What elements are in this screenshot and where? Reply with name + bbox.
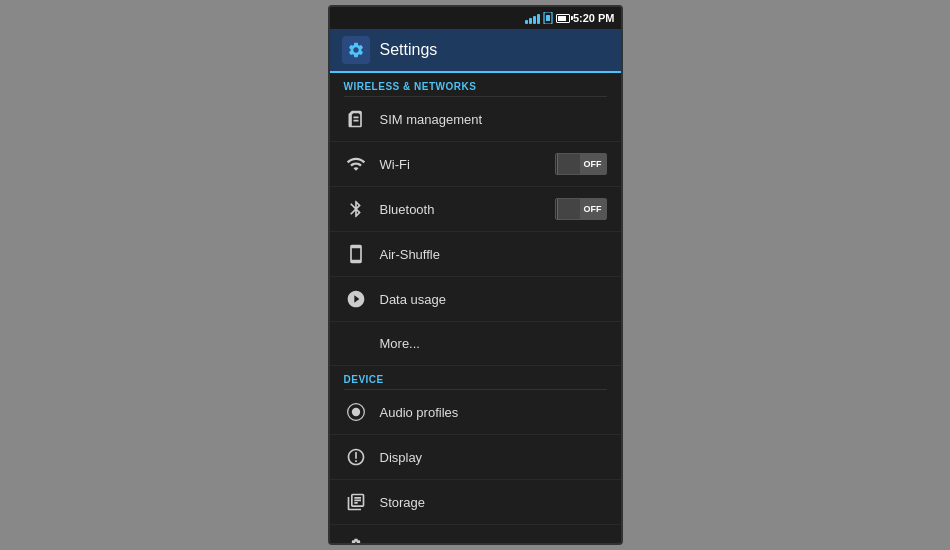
audio-label: Audio profiles <box>380 405 607 420</box>
battery-menu-icon <box>344 535 368 543</box>
sim-management-label: SIM management <box>380 112 607 127</box>
wifi-toggle-knob <box>555 154 558 174</box>
header-title: Settings <box>380 41 438 59</box>
bluetooth-toggle-state: OFF <box>580 199 606 219</box>
data-usage-item[interactable]: Data usage <box>330 277 621 322</box>
air-shuffle-label: Air-Shuffle <box>380 247 607 262</box>
bluetooth-item[interactable]: Bluetooth OFF <box>330 187 621 232</box>
phone-frame: 5:20 PM Settings WIRELESS & NETWORKS SIM… <box>328 5 623 545</box>
bluetooth-label: Bluetooth <box>380 202 543 217</box>
wifi-icon <box>344 152 368 176</box>
battery-item[interactable]: Battery <box>330 525 621 543</box>
signal-icon <box>525 12 540 24</box>
more-item[interactable]: More... <box>330 322 621 366</box>
wifi-toggle-state: OFF <box>580 154 606 174</box>
data-usage-label: Data usage <box>380 292 607 307</box>
wifi-item[interactable]: Wi-Fi OFF <box>330 142 621 187</box>
display-label: Display <box>380 450 607 465</box>
data-icon <box>344 287 368 311</box>
display-item[interactable]: Display <box>330 435 621 480</box>
sim-management-item[interactable]: SIM management <box>330 97 621 142</box>
bluetooth-toggle-knob <box>555 199 558 219</box>
air-shuffle-item[interactable]: Air-Shuffle <box>330 232 621 277</box>
display-icon <box>344 445 368 469</box>
bluetooth-toggle[interactable]: OFF <box>555 198 607 220</box>
status-time: 5:20 PM <box>573 12 615 24</box>
settings-header-icon <box>342 36 370 64</box>
storage-label: Storage <box>380 495 607 510</box>
status-bar: 5:20 PM <box>330 7 621 29</box>
storage-icon <box>344 490 368 514</box>
status-icons: 5:20 PM <box>525 12 615 24</box>
section-wireless-header: WIRELESS & NETWORKS <box>330 73 621 96</box>
wifi-toggle[interactable]: OFF <box>555 153 607 175</box>
bluetooth-icon <box>344 197 368 221</box>
header-bar: Settings <box>330 29 621 73</box>
storage-item[interactable]: Storage <box>330 480 621 525</box>
phone-icon <box>344 242 368 266</box>
settings-list: WIRELESS & NETWORKS SIM management Wi-Fi… <box>330 73 621 543</box>
battery-label: Battery <box>380 540 607 544</box>
section-device-header: DEVICE <box>330 366 621 389</box>
svg-rect-1 <box>546 15 550 21</box>
more-label: More... <box>380 336 607 351</box>
sim-icon <box>344 107 368 131</box>
battery-status-icon <box>556 14 570 23</box>
audio-item[interactable]: Audio profiles <box>330 390 621 435</box>
svg-point-3 <box>351 408 359 416</box>
wifi-label: Wi-Fi <box>380 157 543 172</box>
audio-icon <box>344 400 368 424</box>
sim-status-icon <box>543 12 553 24</box>
